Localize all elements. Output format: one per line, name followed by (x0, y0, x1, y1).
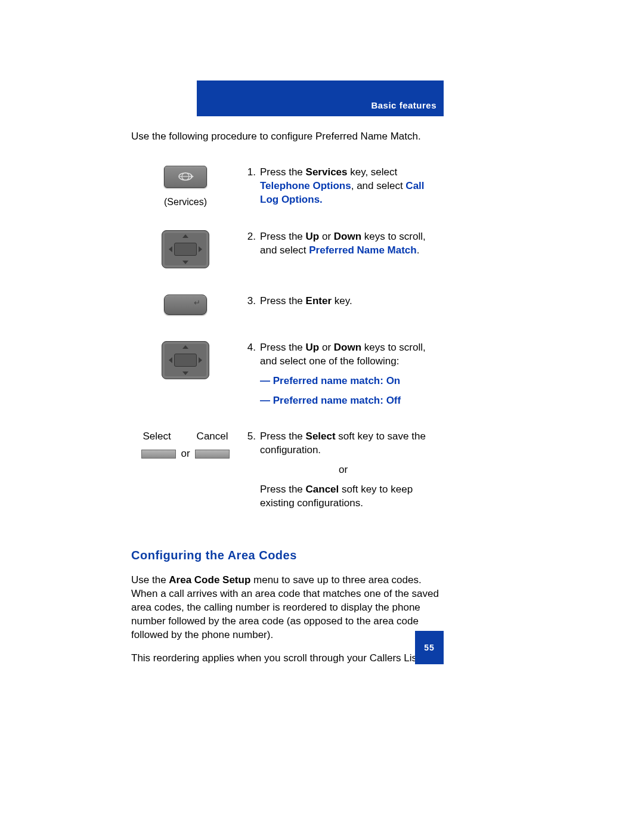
down-keyword: Down (334, 342, 361, 353)
header-bar: Basic features (197, 80, 444, 116)
step-row: (Services) 1. Press the Services key, se… (131, 165, 444, 230)
section-heading: Configuring the Area Codes (131, 547, 444, 563)
step-row: 3. Press the Enter key. (131, 294, 444, 340)
enter-keyword: Enter (306, 295, 332, 306)
step-text: Press the Up or Down keys to scroll, and… (259, 230, 444, 294)
select-softkey-label: Select (143, 430, 171, 444)
or-label: or (181, 447, 190, 461)
enter-key-icon (164, 295, 207, 315)
softkeys-illustration: Select Cancel or (132, 430, 239, 461)
page-number: 55 (415, 631, 444, 664)
option-on: — Preferred name match: On (260, 374, 443, 388)
step-row: Select Cancel or 5. Press the Select sof… (131, 429, 444, 532)
or-separator: or (243, 463, 443, 477)
cancel-keyword: Cancel (306, 484, 339, 495)
services-key-icon (164, 166, 207, 188)
svg-marker-3 (191, 175, 194, 178)
main-content: Use the following procedure to configure… (131, 130, 444, 676)
softkey-bar-icon (195, 450, 230, 459)
step-number: 5. (240, 429, 259, 532)
step-row: 4. Press the Up or Down keys to scroll, … (131, 340, 444, 429)
up-keyword: Up (306, 342, 320, 353)
step-number: 3. (240, 294, 259, 340)
step-number: 1. (240, 165, 259, 230)
procedure-steps: (Services) 1. Press the Services key, se… (131, 165, 444, 532)
step-text: Press the Up or Down keys to scroll, and… (259, 340, 444, 429)
navigation-key-icon (162, 230, 209, 268)
services-keyword: Services (306, 166, 348, 178)
area-code-setup-keyword: Area Code Setup (169, 574, 250, 586)
header-section-label: Basic features (371, 100, 436, 112)
step-text: Press the Services key, select Telephone… (259, 165, 444, 230)
document-page: Basic features Use the following procedu… (0, 0, 644, 833)
select-keyword: Select (306, 431, 336, 442)
intro-paragraph: Use the following procedure to configure… (131, 130, 444, 144)
option-off: — Preferred name match: Off (260, 394, 443, 408)
cancel-softkey-label: Cancel (197, 430, 228, 444)
up-keyword: Up (306, 231, 320, 242)
down-keyword: Down (334, 231, 361, 242)
step-number: 4. (240, 340, 259, 429)
step-row: 2. Press the Up or Down keys to scroll, … (131, 230, 444, 294)
step-text: Press the Enter key. (259, 294, 444, 340)
preferred-name-match-keyword: Preferred Name Match (309, 244, 416, 256)
telephone-options-keyword: Telephone Options (260, 180, 351, 191)
navigation-key-icon (162, 341, 209, 379)
step-number: 2. (240, 230, 259, 294)
area-codes-paragraph-2: This reordering applies when you scroll … (131, 652, 444, 665)
softkey-bar-icon (141, 450, 176, 459)
area-codes-paragraph-1: Use the Area Code Setup menu to save up … (131, 574, 444, 642)
services-caption: (Services) (132, 196, 239, 209)
step-text: Press the Select soft key to save the co… (259, 429, 444, 532)
